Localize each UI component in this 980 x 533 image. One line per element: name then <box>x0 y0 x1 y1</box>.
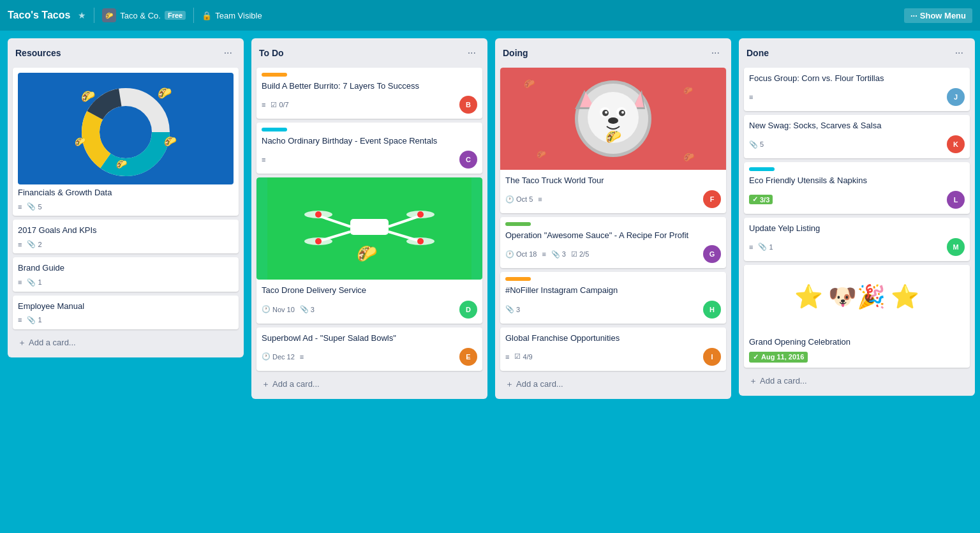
label-eco <box>749 167 775 171</box>
desc-icon: ≡ <box>18 203 22 211</box>
column-menu-button-resources[interactable]: ··· <box>220 46 236 60</box>
party-dog: 🐶🎉 <box>828 283 886 310</box>
add-card-resources[interactable]: ＋ Add a card... <box>13 333 239 352</box>
yelp-desc: ≡ <box>749 243 753 251</box>
card-yelp[interactable]: Update Yelp Listing ≡ 📎 1 M <box>744 218 970 261</box>
instagram-attach: 📎 3 <box>505 305 520 313</box>
financials-desc-icon: ≡ <box>18 203 22 211</box>
paperclip-icon-drone: 📎 <box>300 305 309 313</box>
svg-point-20 <box>315 211 322 218</box>
card-awesome-sauce[interactable]: Operation "Awesome Sauce" - A Recipe For… <box>500 217 726 268</box>
swag-attach: 📎 5 <box>749 140 764 149</box>
taco-truck-meta: 🕐 Oct 5 ≡ F <box>505 190 721 208</box>
avatar-nacho: C <box>459 151 477 169</box>
card-drone[interactable]: 🌮 Taco Drone Delivery Service 🕐 Nov 10 <box>256 177 482 323</box>
paperclip-icon-goals: 📎 <box>27 240 36 248</box>
grand-opening-title: Grand Opening Celebration <box>749 336 965 348</box>
yelp-title: Update Yelp Listing <box>749 223 965 234</box>
clock-icon-drone: 🕐 <box>262 305 271 313</box>
add-card-done[interactable]: ＋ Add a card... <box>744 372 970 391</box>
nacho-meta: ≡ C <box>262 151 477 169</box>
franchise-checklist: ☑ 4/9 <box>514 352 532 361</box>
franchise-desc: ≡ <box>505 353 509 361</box>
focus-group-desc: ≡ <box>749 93 753 101</box>
plus-icon: ＋ <box>18 337 26 349</box>
column-menu-button-todo[interactable]: ··· <box>464 46 480 60</box>
avatar-drone: D <box>459 301 477 319</box>
awesome-sauce-title: Operation "Awesome Sauce" - A Recipe For… <box>505 230 721 241</box>
awesome-sauce-attach: 📎 3 <box>551 250 566 259</box>
column-doing: Doing ··· <box>495 38 731 399</box>
svg-text:🌮: 🌮 <box>158 86 172 100</box>
avatar-superbowl: E <box>459 348 477 366</box>
svg-rect-10 <box>350 219 389 235</box>
instagram-meta: 📎 3 H <box>505 301 721 319</box>
yelp-attach: 📎 1 <box>758 243 773 251</box>
paperclip-icon-yelp: 📎 <box>758 243 767 251</box>
workspace-icon: 🌮 <box>102 8 116 22</box>
dots-icon: ··· <box>910 11 917 20</box>
card-franchise[interactable]: Global Franchise Opportunities ≡ ☑ 4/9 I <box>500 327 726 371</box>
drone-attach: 📎 3 <box>300 305 315 313</box>
star-left: ⭐ <box>794 283 823 310</box>
card-superbowl[interactable]: Superbowl Ad - "Super Salad Bowls" 🕐 Dec… <box>256 327 482 371</box>
svg-text:🌮: 🌮 <box>683 86 693 95</box>
column-header-doing: Doing ··· <box>500 43 726 64</box>
employee-title: Employee Manual <box>18 301 234 312</box>
taco-truck-desc: ≡ <box>538 195 542 203</box>
burrito-meta: ≡ ☑ 0/7 B <box>262 96 477 114</box>
card-focus-group[interactable]: Focus Group: Corn vs. Flour Tortillas ≡ … <box>744 68 970 111</box>
card-eco-utensils[interactable]: Eco Friendly Utensils & Napkins ✓ 3/3 L <box>744 162 970 213</box>
avatar-awesome-sauce: G <box>703 245 721 263</box>
drone-title: Taco Drone Delivery Service <box>262 285 477 296</box>
card-burrito[interactable]: Build A Better Burrito: 7 Layers To Succ… <box>256 68 482 119</box>
clock-icon-awesome: 🕐 <box>505 250 514 259</box>
focus-group-title: Focus Group: Corn vs. Flour Tortillas <box>749 73 965 84</box>
eco-title: Eco Friendly Utensils & Napkins <box>749 175 965 186</box>
svg-text:🌮: 🌮 <box>605 129 621 144</box>
lock-icon: 🔒 <box>202 11 212 20</box>
column-menu-button-doing[interactable]: ··· <box>708 46 724 60</box>
eco-meta: ✓ 3/3 L <box>749 191 965 209</box>
svg-text:🌮: 🌮 <box>357 243 378 264</box>
header-right: ··· Show Menu <box>904 8 972 23</box>
card-employee[interactable]: Employee Manual ≡ 📎 1 <box>13 296 239 329</box>
free-badge: Free <box>165 11 186 20</box>
header-divider-2 <box>193 8 194 23</box>
show-menu-button[interactable]: ··· Show Menu <box>904 8 972 23</box>
financials-meta: ≡ 📎 5 <box>18 202 234 211</box>
goals-meta: ≡ 📎 2 <box>18 240 234 248</box>
card-swag[interactable]: New Swag: Socks, Scarves & Salsa 📎 5 K <box>744 115 970 158</box>
card-grand-opening[interactable]: ⭐ 🐶🎉 ⭐ Grand Opening Celebration ✓ Aug 1… <box>744 265 970 368</box>
add-card-doing[interactable]: ＋ Add a card... <box>500 375 726 394</box>
checklist-icon-awesome: ☑ <box>571 250 577 259</box>
financials-attach: 📎 5 <box>27 202 41 211</box>
svg-text:🌮: 🌮 <box>524 79 535 89</box>
card-nacho[interactable]: Nacho Ordinary Birthday - Event Space Re… <box>256 123 482 174</box>
visibility-label: Team Visible <box>215 11 262 20</box>
card-taco-truck[interactable]: 🌮 🌮 🌮 🌮 🌮 The Taco Truck World Tour 🕐 Oc… <box>500 68 726 213</box>
header-divider <box>94 8 94 23</box>
star-icon[interactable]: ★ <box>78 10 86 20</box>
column-header-todo: To Do ··· <box>256 43 482 64</box>
clock-icon-superbowl: 🕐 <box>262 352 271 361</box>
paperclip-icon-instagram: 📎 <box>505 305 514 313</box>
column-title-done: Done <box>746 48 769 58</box>
column-menu-button-done[interactable]: ··· <box>951 46 967 60</box>
card-financials[interactable]: 🌮 🌮 🌮 🌮 🌮 Financials & Growth Data ≡ 📎 5 <box>13 68 239 216</box>
nacho-desc-icon: ≡ <box>262 156 265 163</box>
card-instagram[interactable]: #NoFiller Instagram Campaign 📎 3 H <box>500 272 726 323</box>
workspace-section: 🌮 Taco & Co. Free <box>102 8 186 22</box>
check-circle-icon: ✓ <box>753 353 759 361</box>
card-goals[interactable]: 2017 Goals And KPIs ≡ 📎 2 <box>13 220 239 253</box>
card-brand[interactable]: Brand Guide ≡ 📎 1 <box>13 257 239 291</box>
paperclip-icon-employee: 📎 <box>27 316 36 324</box>
add-card-todo[interactable]: ＋ Add a card... <box>256 375 482 394</box>
column-header-done: Done ··· <box>744 43 970 64</box>
awesome-sauce-desc: ≡ <box>542 250 546 258</box>
focus-group-meta: ≡ J <box>749 88 965 106</box>
financials-image: 🌮 🌮 🌮 🌮 🌮 <box>18 73 234 184</box>
svg-text:🌮: 🌮 <box>683 152 695 163</box>
taco-truck-image: 🌮 🌮 🌮 🌮 🌮 <box>500 68 726 170</box>
visibility-section: 🔒 Team Visible <box>202 11 262 20</box>
